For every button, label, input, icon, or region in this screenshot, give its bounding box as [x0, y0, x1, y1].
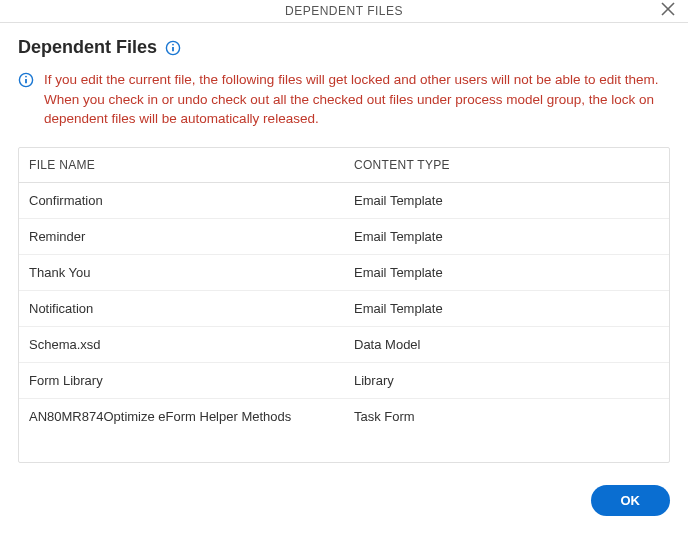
table-padding [19, 434, 669, 462]
cell-file-name: Confirmation [19, 183, 344, 219]
titlebar: DEPENDENT FILES [0, 0, 688, 23]
cell-content-type: Email Template [344, 219, 669, 255]
cell-content-type: Library [344, 363, 669, 399]
cell-file-name: Schema.xsd [19, 327, 344, 363]
cell-file-name: AN80MR874Optimize eForm Helper Methods [19, 399, 344, 435]
cell-content-type: Email Template [344, 183, 669, 219]
table-row: ReminderEmail Template [19, 219, 669, 255]
dialog-footer: OK [0, 473, 688, 534]
dialog-content: Dependent Files If you edit the current … [0, 23, 688, 473]
dependent-files-table: FILE NAME CONTENT TYPE ConfirmationEmail… [18, 147, 670, 463]
column-header-file-name: FILE NAME [19, 148, 344, 183]
svg-point-7 [25, 76, 27, 78]
close-icon [661, 2, 675, 20]
dialog-title: DEPENDENT FILES [285, 4, 403, 18]
table-row: ConfirmationEmail Template [19, 183, 669, 219]
table-row: Schema.xsdData Model [19, 327, 669, 363]
cell-file-name: Thank You [19, 255, 344, 291]
cell-content-type: Email Template [344, 291, 669, 327]
cell-content-type: Task Form [344, 399, 669, 435]
table-row: Form LibraryLibrary [19, 363, 669, 399]
cell-file-name: Notification [19, 291, 344, 327]
cell-file-name: Reminder [19, 219, 344, 255]
cell-content-type: Data Model [344, 327, 669, 363]
cell-file-name: Form Library [19, 363, 344, 399]
table-row: NotificationEmail Template [19, 291, 669, 327]
info-icon[interactable] [165, 40, 181, 56]
close-button[interactable] [658, 1, 678, 21]
table-row: Thank YouEmail Template [19, 255, 669, 291]
ok-button[interactable]: OK [591, 485, 671, 516]
page-title: Dependent Files [18, 37, 157, 58]
dependent-files-dialog: DEPENDENT FILES Dependent Files [0, 0, 688, 534]
svg-point-4 [172, 44, 174, 46]
warning-text: If you edit the current file, the follow… [44, 70, 670, 129]
info-icon [18, 72, 34, 88]
warning-message: If you edit the current file, the follow… [18, 70, 670, 129]
cell-content-type: Email Template [344, 255, 669, 291]
column-header-content-type: CONTENT TYPE [344, 148, 669, 183]
heading-row: Dependent Files [18, 37, 670, 58]
table-row: AN80MR874Optimize eForm Helper MethodsTa… [19, 399, 669, 435]
table-header-row: FILE NAME CONTENT TYPE [19, 148, 669, 183]
